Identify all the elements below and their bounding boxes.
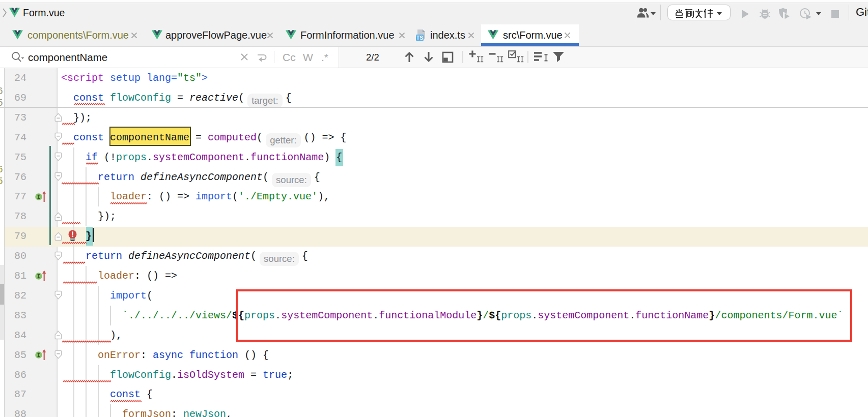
svg-text:TS: TS bbox=[416, 35, 423, 41]
